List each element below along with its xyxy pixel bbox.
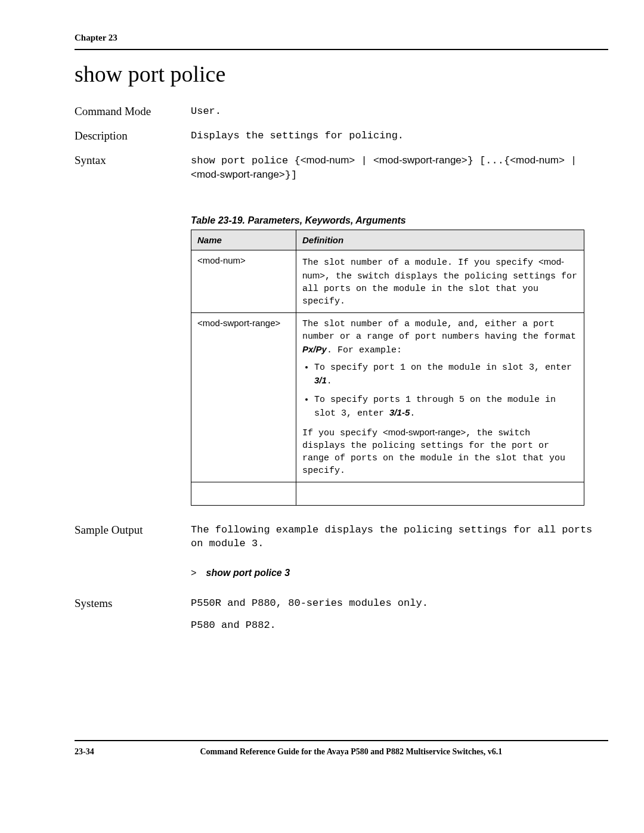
def-text: The slot number of a module, and, either… <box>302 319 576 342</box>
doc-title: Command Reference Guide for the Avaya P5… <box>94 747 608 757</box>
command-mode-row: Command Mode User. <box>75 105 608 119</box>
description-label: Description <box>75 129 191 143</box>
blank-cell <box>296 482 584 505</box>
header-rule <box>75 49 608 50</box>
list-item: To specify ports 1 through 5 on the modu… <box>314 394 578 420</box>
param-name: <mod-swport-range> <box>191 312 296 482</box>
sample-output-label: Sample Output <box>75 524 191 537</box>
sample-output-row: Sample Output The following example disp… <box>75 524 608 551</box>
bullet-text: To specify port 1 on the module in slot … <box>314 363 572 373</box>
table-row: <mod-num> The slot number of a module. I… <box>191 250 584 312</box>
blank-cell <box>191 482 296 505</box>
page-footer: 23-34 Command Reference Guide for the Av… <box>75 740 608 757</box>
bullet-text: . <box>327 376 332 386</box>
def-text: If you specify <box>302 428 383 438</box>
syntax-value: show port police {<mod-num> | <mod-swpor… <box>191 154 608 182</box>
systems-label: Systems <box>75 597 191 610</box>
command-mode-label: Command Mode <box>75 105 191 118</box>
table-row-blank <box>191 482 584 505</box>
param-name: <mod-num> <box>191 250 296 312</box>
systems-line: P550R and P880, 80-series modules only. <box>191 597 608 611</box>
def-text: The slot number of a module. If you spec… <box>302 258 538 268</box>
page-title: show port police <box>75 61 608 87</box>
param-definition: The slot number of a module. If you spec… <box>296 250 584 312</box>
page: Chapter 23 show port police Command Mode… <box>0 0 644 781</box>
bullet-text: To specify ports 1 through 5 on the modu… <box>314 395 556 419</box>
syntax-row: Syntax show port police {<mod-num> | <mo… <box>75 154 608 182</box>
col-definition-header: Definition <box>296 230 584 250</box>
def-arg: <mod-swport-range> <box>383 427 466 437</box>
prompt: > <box>191 568 197 579</box>
param-definition: The slot number of a module, and, either… <box>296 312 584 482</box>
table-row: <mod-swport-range> The slot number of a … <box>191 312 584 482</box>
systems-row: Systems P550R and P880, 80-series module… <box>75 597 608 633</box>
sample-command: show port police 3 <box>206 568 290 578</box>
chapter-header: Chapter 23 <box>75 33 608 43</box>
def-text: . For example: <box>327 345 402 355</box>
description-row: Description Displays the settings for po… <box>75 129 608 143</box>
def-format: Px/Py <box>302 344 327 354</box>
parameters-table: Name Definition <mod-num> The slot numbe… <box>191 230 584 506</box>
table-caption: Table 23-19. Parameters, Keywords, Argum… <box>191 215 608 226</box>
example-list: To specify port 1 on the module in slot … <box>314 361 578 420</box>
systems-line: P580 and P882. <box>191 619 608 633</box>
syntax-label: Syntax <box>75 154 191 167</box>
def-text: , the switch displays the policing setti… <box>302 271 577 306</box>
description-value: Displays the settings for policing. <box>191 129 608 143</box>
col-name-header: Name <box>191 230 296 250</box>
bullet-value: 3/1-5 <box>389 407 410 417</box>
bullet-value: 3/1 <box>314 375 327 385</box>
list-item: To specify port 1 on the module in slot … <box>314 361 578 388</box>
sample-output-value: The following example displays the polic… <box>191 524 608 551</box>
page-number: 23-34 <box>75 747 94 757</box>
bullet-text: . <box>410 408 415 419</box>
sample-command-block: > show port police 3 <box>191 568 608 579</box>
table-header-row: Name Definition <box>191 230 584 250</box>
command-mode-value: User. <box>191 105 608 119</box>
systems-value: P550R and P880, 80-series modules only. … <box>191 597 608 633</box>
